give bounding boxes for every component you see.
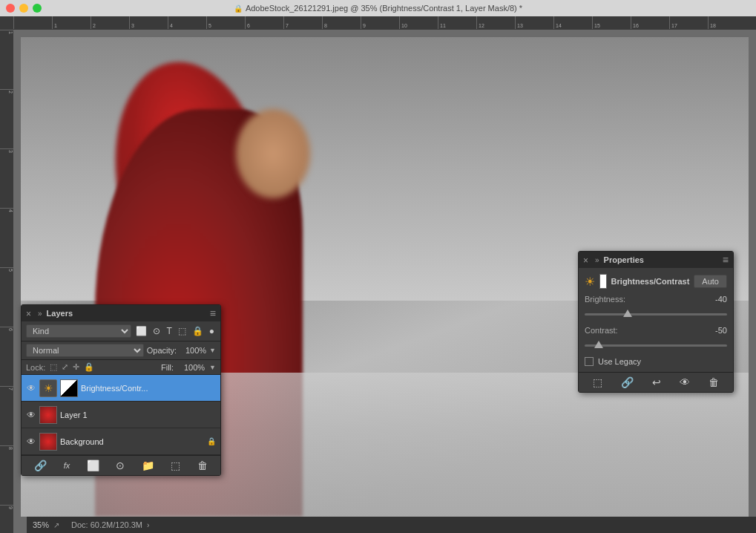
brightness-slider-thumb[interactable] xyxy=(623,310,632,317)
status-bar: 35% ↗ Doc: 60.2M/120.3M › xyxy=(27,517,756,533)
ruler-mark xyxy=(13,16,52,29)
ruler-mark: 3 xyxy=(129,16,168,29)
ruler-mark: 11 xyxy=(438,16,476,29)
ruler-mark: 17 xyxy=(669,16,708,29)
blend-mode-select[interactable]: Normal xyxy=(26,344,144,357)
ruler-mark: 16 xyxy=(631,16,669,29)
layer-visibility-eye-icon[interactable]: 👁 xyxy=(26,436,36,447)
layers-kind-toolbar: Kind ⬜ ⊙ T ⬚ 🔒 ● xyxy=(22,321,220,341)
layer-item-layer1[interactable]: 👁 Layer 1 xyxy=(22,402,220,428)
layer-visibility-eye-icon[interactable]: 👁 xyxy=(26,410,36,420)
layers-collapse-button[interactable]: » xyxy=(38,310,42,318)
lock-all-icon[interactable]: 🔒 xyxy=(84,362,94,372)
opacity-label: Opacity: xyxy=(147,346,177,355)
properties-collapse-button[interactable]: » xyxy=(595,256,599,264)
lock-fill-row: Lock: ⬚ ⤢ ✛ 🔒 Fill: 100% ▼ xyxy=(22,360,220,375)
filter-adjustment-icon[interactable]: ⊙ xyxy=(151,325,162,337)
brightness-value[interactable]: -40 xyxy=(705,295,727,304)
opacity-chevron-icon[interactable]: ▼ xyxy=(209,347,216,354)
filter-smart-icon[interactable]: 🔒 xyxy=(191,325,205,337)
window-controls xyxy=(0,4,42,13)
add-mask-icon[interactable]: ⬜ xyxy=(87,460,99,471)
brightness-slider[interactable] xyxy=(585,308,727,320)
ruler-mark: 14 xyxy=(553,16,592,29)
toggle-visibility-icon[interactable]: 👁 xyxy=(680,376,690,388)
layer-adjustment-icon: ☀ xyxy=(39,379,57,397)
contrast-slider[interactable] xyxy=(585,339,727,351)
ruler-left: 1 2 3 4 5 6 7 8 9 xyxy=(0,30,13,533)
ruler-mark: 7 xyxy=(283,16,322,29)
brightness-slider-track xyxy=(585,313,727,315)
ruler-mark: 13 xyxy=(515,16,553,29)
previous-state-icon[interactable]: 🔗 xyxy=(621,376,634,388)
layer-lock-icon: 🔒 xyxy=(207,437,216,445)
ruler-mark-v: 8 xyxy=(0,445,13,505)
delete-layer-icon[interactable]: 🗑 xyxy=(197,460,208,471)
use-legacy-checkbox[interactable] xyxy=(585,357,594,366)
fill-label: Fill: xyxy=(161,363,174,372)
minimize-button[interactable] xyxy=(19,4,28,13)
ruler-mark-v: 3 xyxy=(0,148,13,208)
delete-adjustment-icon[interactable]: 🗑 xyxy=(709,376,719,388)
zoom-level[interactable]: 35% xyxy=(33,520,49,529)
properties-panel-title: Properties xyxy=(604,255,644,264)
properties-panel-title-left: × » Properties xyxy=(583,255,644,264)
layers-panel-menu-button[interactable]: ≡ xyxy=(210,307,216,319)
contrast-row: Contrast: -50 xyxy=(585,326,727,335)
properties-close-button[interactable]: × xyxy=(583,256,591,264)
layer-item-brightness-contrast[interactable]: 👁 ☀ Brightness/Contr... xyxy=(22,375,220,402)
ruler-mark: 12 xyxy=(476,16,515,29)
properties-panel-menu-button[interactable]: ≡ xyxy=(723,254,729,266)
layer-mask-thumbnail xyxy=(60,379,78,397)
layers-panel-title: Layers xyxy=(47,309,73,318)
layer-visibility-eye-icon[interactable]: 👁 xyxy=(26,383,36,393)
layers-panel-titlebar: × » Layers ≡ xyxy=(22,305,220,321)
filter-pixel-icon[interactable]: ⬜ xyxy=(134,325,148,337)
filter-type-icon[interactable]: T xyxy=(165,325,173,337)
properties-body: ☀ Brightness/Contrast Auto Brightness: -… xyxy=(579,268,733,372)
blend-opacity-row: Normal Opacity: 100% ▼ xyxy=(22,341,220,360)
auto-button[interactable]: Auto xyxy=(694,275,727,288)
doc-size: Doc: 60.2M/120.3M xyxy=(71,520,142,529)
contrast-slider-row xyxy=(585,339,727,353)
properties-panel-titlebar: × » Properties ≡ xyxy=(579,252,733,268)
title-text: AdobeStock_26121291.jpeg @ 35% (Brightne… xyxy=(246,4,522,13)
adjustment-layer-icon[interactable]: ⊙ xyxy=(116,460,125,471)
layer-item-background[interactable]: 👁 Background 🔒 xyxy=(22,428,220,455)
status-arrow[interactable]: › xyxy=(147,521,149,529)
reset-icon[interactable]: ↩ xyxy=(652,376,661,388)
fill-chevron-icon[interactable]: ▼ xyxy=(209,364,216,371)
contrast-slider-thumb[interactable] xyxy=(594,341,603,348)
ruler-mark-v: 1 xyxy=(0,30,13,89)
brightness-slider-row xyxy=(585,308,727,321)
lock-move-icon[interactable]: ✛ xyxy=(73,362,79,372)
layers-close-button[interactable]: × xyxy=(26,310,33,317)
lock-checkerboard-icon[interactable]: ⬚ xyxy=(50,362,57,372)
fill-value[interactable]: 100% xyxy=(178,363,205,372)
lock-transform-icon[interactable]: ⤢ xyxy=(62,362,68,372)
maximize-button[interactable] xyxy=(33,4,42,13)
add-layer-style-icon[interactable]: fx xyxy=(64,461,70,470)
ruler-corner xyxy=(0,16,13,30)
properties-layer-thumbnail xyxy=(599,274,607,289)
ruler-mark: 15 xyxy=(592,16,631,29)
brightness-label: Brightness: xyxy=(585,295,637,304)
kind-filter-select[interactable]: Kind xyxy=(26,324,131,338)
ruler-mark-v: 5 xyxy=(0,267,13,327)
close-button[interactable] xyxy=(6,4,15,13)
contrast-value[interactable]: -50 xyxy=(705,326,727,335)
ruler-h-marks: 1 2 3 4 5 6 7 8 9 10 11 12 13 14 15 16 1… xyxy=(13,16,756,30)
link-layers-icon[interactable]: 🔗 xyxy=(34,460,47,471)
filter-shape-icon[interactable]: ⬚ xyxy=(177,325,188,337)
new-layer-icon[interactable]: ⬚ xyxy=(171,460,180,471)
ruler-mark-v: 7 xyxy=(0,386,13,445)
contrast-label: Contrast: xyxy=(585,326,637,335)
ruler-mark: 6 xyxy=(245,16,283,29)
clip-to-layer-icon[interactable]: ⬚ xyxy=(593,376,602,388)
properties-header-row: ☀ Brightness/Contrast Auto xyxy=(585,274,727,289)
new-group-icon[interactable]: 📁 xyxy=(142,460,154,471)
window-title: 🔒 AdobeStock_26121291.jpeg @ 35% (Bright… xyxy=(234,4,522,13)
opacity-value[interactable]: 100% xyxy=(180,346,206,355)
zoom-out-icon[interactable]: ↗ xyxy=(53,521,59,529)
filter-all-icon[interactable]: ● xyxy=(208,325,216,337)
